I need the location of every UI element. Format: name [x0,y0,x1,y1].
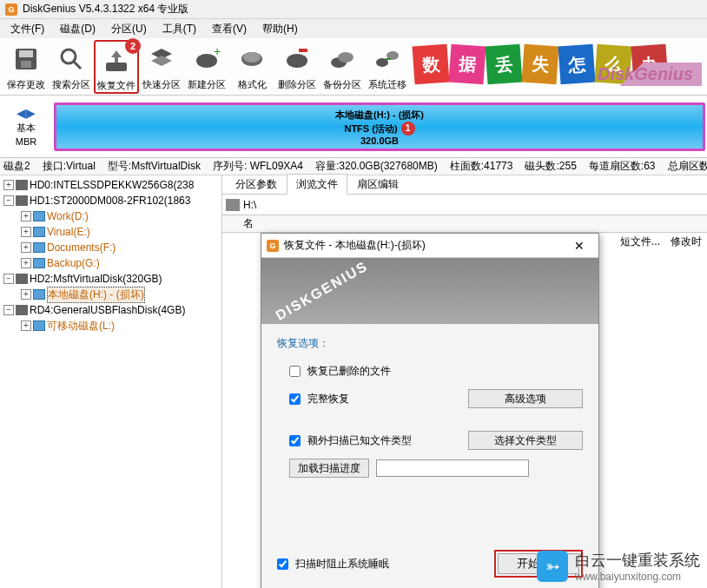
recover-badge: 2 [125,38,141,54]
menu-disk[interactable]: 磁盘(D) [53,20,102,38]
disk-interface: 接口:Virtual [43,159,96,174]
banner-tile: 丢 [486,44,523,85]
dialog-titlebar[interactable]: G 恢复文件 - 本地磁盘(H:)-(损坏) ✕ [261,234,598,258]
checkbox-extra[interactable] [289,435,301,446]
partition-badge: 1 [401,122,415,135]
nav-arrows-icon[interactable]: ◀▶ [17,106,36,120]
svg-line-4 [74,62,81,69]
expander-icon[interactable]: + [21,211,31,221]
expander-icon[interactable]: − [3,274,14,284]
menu-view[interactable]: 查看(V) [205,20,254,38]
format-icon [236,43,268,75]
tree-documents-f[interactable]: +Documents(F:) [0,240,221,255]
disk-serial: 序列号: WFL09XA4 [213,159,303,174]
svg-point-11 [243,52,261,63]
tree-work-d[interactable]: +Work(D:) [0,208,221,224]
opt-recover-deleted[interactable]: 恢复已删除的文件 [289,360,583,382]
advanced-options-button[interactable]: 高级选项 [468,389,583,408]
dialog-hero: DISKGENIUS [261,258,598,324]
load-progress-row: 加载扫描进度 [289,457,583,479]
expander-icon[interactable]: + [3,180,14,190]
tree-hd2[interactable]: −HD2:MsftVirtualDisk(320GB) [0,271,221,287]
checkbox-nosleep[interactable] [277,558,288,570]
tree-rd4[interactable]: −RD4:GeneralUSBFlashDisk(4GB) [0,302,221,318]
expander-icon[interactable]: + [21,320,31,331]
svg-marker-7 [151,56,172,66]
right-pane: 分区参数 浏览文件 扇区编辑 H:\ 名 短文件... 修改时 G 恢复文件 -… [222,175,707,588]
backup-partition-button[interactable]: 备份分区 [320,40,365,94]
titlebar: G DiskGenius V5.4.3.1322 x64 专业版 [0,0,707,19]
recover-file-button[interactable]: 2 恢复文件 [94,40,139,94]
disk-model: 型号:MsftVirtualDisk [108,159,201,174]
svg-rect-2 [21,61,31,68]
tree-virual-e[interactable]: +Virual(E:) [0,224,221,240]
tabs: 分区参数 浏览文件 扇区编辑 [222,175,707,195]
select-filetype-button[interactable]: 选择文件类型 [468,431,583,450]
checkbox-deleted[interactable] [289,366,301,377]
drive-icon [226,199,240,211]
tree-removable-l[interactable]: +可移动磁盘(L:) [0,318,221,334]
search-partition-button[interactable]: 搜索分区 [49,40,94,94]
opt-extra-scan[interactable]: 额外扫描已知文件类型 选择文件类型 [289,429,583,452]
disk-id: 磁盘2 [3,159,30,174]
window-title: DiskGenius V5.4.3.1322 x64 专业版 [23,2,188,17]
disk-total-sectors: 总扇区数:6710 [668,159,708,174]
close-button[interactable]: ✕ [565,237,593,254]
tab-sector[interactable]: 扇区编辑 [347,174,408,194]
col-name[interactable]: 名 [243,216,254,231]
expander-icon[interactable]: + [21,258,31,268]
tree-backup-g[interactable]: +Backup(G:) [0,255,221,271]
disk-tree[interactable]: +HD0:INTELSSDPEKKW256G8(238 −HD1:ST2000D… [0,175,222,588]
menu-tools[interactable]: 工具(T) [155,20,203,38]
tab-browse[interactable]: 浏览文件 [287,174,347,195]
opt-full-recovery[interactable]: 完整恢复 高级选项 [289,387,583,410]
stack-icon [146,43,177,75]
banner-tile: 失 [522,44,559,85]
svg-point-15 [338,52,354,63]
checkbox-full[interactable] [289,393,301,405]
progress-path-input[interactable] [376,459,529,477]
disk-panel: ◀▶ 基本 MBR 本地磁盘(H:) - (损坏) NTFS (活动)1 320… [0,96,707,158]
hdd-icon [16,305,28,315]
partition-bar[interactable]: 本地磁盘(H:) - (损坏) NTFS (活动)1 320.0GB [54,102,705,151]
watermark-logo-icon: ➳ [537,551,568,582]
col-shortname[interactable]: 短文件... [620,235,660,249]
quick-partition-button[interactable]: 快速分区 [139,40,184,94]
floppy-icon [10,43,42,75]
disk-minus-icon [281,43,313,75]
diskgenius-watermark: DiskGenius [589,63,702,86]
menu-file[interactable]: 文件(F) [3,20,51,38]
format-button[interactable]: 格式化 [229,40,274,94]
load-progress-button[interactable]: 加载扫描进度 [289,459,369,478]
partition-size: 320.0GB [360,135,399,146]
tree-local-h[interactable]: +本地磁盘(H:) - (损坏) [0,287,221,302]
new-partition-button[interactable]: + 新建分区 [184,40,229,94]
expander-icon[interactable]: + [21,242,31,253]
site-watermark: ➳ 白云一键重装系统 www.baiyunxitong.com [537,550,700,583]
menu-help[interactable]: 帮助(H) [255,20,305,38]
file-list-area[interactable]: 短文件... 修改时 G 恢复文件 - 本地磁盘(H:)-(损坏) ✕ DISK… [222,233,707,588]
col-modifytime[interactable]: 修改时 [671,235,702,249]
disk-heads: 磁头数:255 [525,159,576,174]
disk-info-strip: 磁盘2 接口:Virtual 型号:MsftVirtualDisk 序列号: W… [0,158,707,175]
column-headers: 名 [222,215,707,233]
delete-partition-button[interactable]: 删除分区 [274,40,320,94]
expander-icon[interactable]: − [3,305,14,315]
opt-prevent-sleep[interactable]: 扫描时阻止系统睡眠 [277,552,389,575]
disk-plus-icon: + [191,43,222,75]
save-button[interactable]: 保存更改 [3,40,49,94]
menu-partition[interactable]: 分区(U) [104,20,154,38]
svg-point-3 [62,50,76,63]
partition-icon [33,320,45,331]
tree-hd0[interactable]: +HD0:INTELSSDPEKKW256G8(238 [0,177,221,193]
partition-icon [33,289,45,300]
expander-icon[interactable]: + [21,227,31,237]
tree-hd1[interactable]: −HD1:ST2000DM008-2FR102(1863 [0,193,221,208]
system-migration-button[interactable]: 系统迁移 [365,40,410,94]
expander-icon[interactable]: − [3,195,14,206]
expander-icon[interactable]: + [21,289,31,300]
disk-type-label: 基本 [17,122,36,135]
breadcrumb[interactable]: H:\ [222,195,707,215]
dialog-title: 恢复文件 - 本地磁盘(H:)-(损坏) [284,238,560,253]
tab-params[interactable]: 分区参数 [226,174,287,194]
